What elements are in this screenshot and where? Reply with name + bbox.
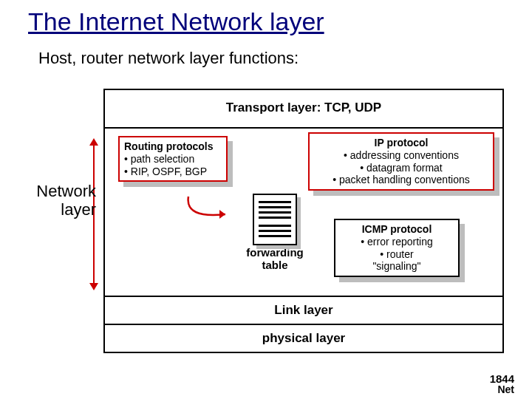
layer-stack: Transport layer: TCP, UDP Routing protoc…: [103, 89, 504, 352]
link-layer-row: Link layer: [103, 296, 504, 325]
network-layer-row: Routing protocols • path selection • RIP…: [103, 127, 504, 297]
ip-bullet-3: • packet handling conventions: [314, 174, 488, 186]
physical-layer-label: physical layer: [105, 325, 502, 346]
link-layer-label: Link layer: [105, 297, 502, 318]
side-label-line2: layer: [61, 200, 96, 219]
physical-layer-row: physical layer: [103, 324, 504, 353]
footer-line-1: 1844: [490, 373, 514, 384]
routing-bullet-1: • path selection: [124, 153, 222, 166]
routing-bullet-2: • RIP, OSPF, BGP: [124, 166, 222, 178]
ip-bullet-2: • datagram format: [314, 162, 488, 174]
forwarding-table: forwarding table: [227, 194, 323, 271]
ip-title: IP protocol: [314, 137, 488, 149]
footer-line-2: Net: [490, 384, 514, 395]
icmp-protocol-box: ICMP protocol • error reporting • router…: [334, 219, 460, 277]
svg-marker-0: [219, 210, 225, 219]
network-layer-side-label: Network layer: [11, 182, 96, 219]
routing-protocols-box: Routing protocols • path selection • RIP…: [118, 136, 228, 182]
slide-footer: 1844 Net: [490, 373, 514, 395]
transport-layer-label: Transport layer: TCP, UDP: [105, 90, 502, 115]
slide-title: The Internet Network layer: [28, 7, 324, 36]
table-icon: [253, 194, 297, 245]
ip-protocol-box: IP protocol • addressing conventions • d…: [308, 132, 494, 191]
routing-title: Routing protocols: [124, 140, 222, 153]
icmp-bullet-1: • error reporting: [340, 236, 454, 248]
icmp-title: ICMP protocol: [340, 223, 454, 236]
transport-layer-row: Transport layer: TCP, UDP: [103, 89, 504, 129]
forwarding-table-label-2: table: [227, 259, 323, 272]
side-label-line1: Network: [36, 182, 96, 200]
slide-subtitle: Host, router network layer functions:: [38, 49, 299, 68]
icmp-bullet-2: • router: [340, 248, 454, 261]
ip-bullet-1: • addressing conventions: [314, 149, 488, 162]
icmp-bullet-3: "signaling": [340, 260, 454, 273]
